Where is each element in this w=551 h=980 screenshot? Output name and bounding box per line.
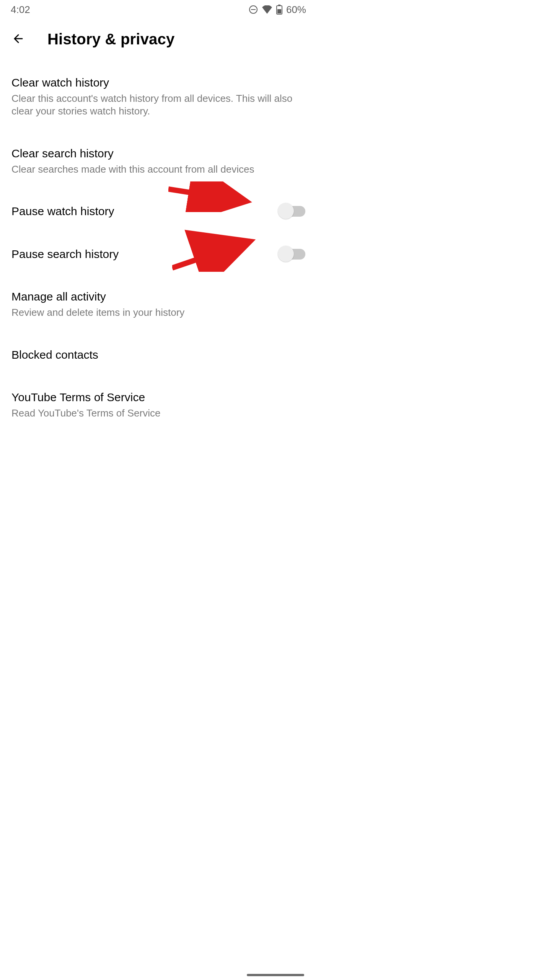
svg-rect-4 xyxy=(277,9,281,13)
battery-icon xyxy=(276,5,282,15)
toggle-knob xyxy=(278,246,294,262)
row-manage-all-activity[interactable]: Manage all activity Review and delete it… xyxy=(0,281,317,327)
row-title: YouTube Terms of Service xyxy=(11,390,299,405)
row-title: Manage all activity xyxy=(11,289,299,304)
row-subtitle: Read YouTube's Terms of Service xyxy=(11,407,299,420)
row-subtitle: Clear searches made with this account fr… xyxy=(11,163,299,176)
row-title: Pause watch history xyxy=(11,204,274,219)
row-blocked-contacts[interactable]: Blocked contacts xyxy=(0,339,317,371)
row-youtube-tos[interactable]: YouTube Terms of Service Read YouTube's … xyxy=(0,382,317,428)
row-subtitle: Review and delete items in your history xyxy=(11,306,299,319)
battery-percent-label: 60% xyxy=(286,4,306,16)
page-title: History & privacy xyxy=(47,31,174,48)
toggle-pause-watch-history[interactable] xyxy=(280,206,305,217)
back-button[interactable] xyxy=(11,31,28,48)
row-title: Clear watch history xyxy=(11,75,299,90)
header: History & privacy xyxy=(0,19,317,52)
do-not-disturb-icon xyxy=(249,5,258,14)
row-title: Pause search history xyxy=(11,247,274,261)
arrow-left-icon xyxy=(11,31,27,48)
row-subtitle: Clear this account's watch history from … xyxy=(11,92,299,118)
toggle-pause-search-history[interactable] xyxy=(280,249,305,260)
row-clear-search-history[interactable]: Clear search history Clear searches made… xyxy=(0,138,317,184)
wifi-icon xyxy=(262,5,272,14)
row-title: Blocked contacts xyxy=(11,348,299,362)
row-clear-watch-history[interactable]: Clear watch history Clear this account's… xyxy=(0,67,317,126)
toggle-knob xyxy=(278,203,294,219)
row-pause-watch-history[interactable]: Pause watch history xyxy=(0,196,317,227)
row-pause-search-history[interactable]: Pause search history xyxy=(0,238,317,270)
settings-list: Clear watch history Clear this account's… xyxy=(0,52,317,428)
row-title: Clear search history xyxy=(11,146,299,161)
status-bar: 4:02 60% xyxy=(0,0,317,19)
status-time: 4:02 xyxy=(11,4,30,16)
